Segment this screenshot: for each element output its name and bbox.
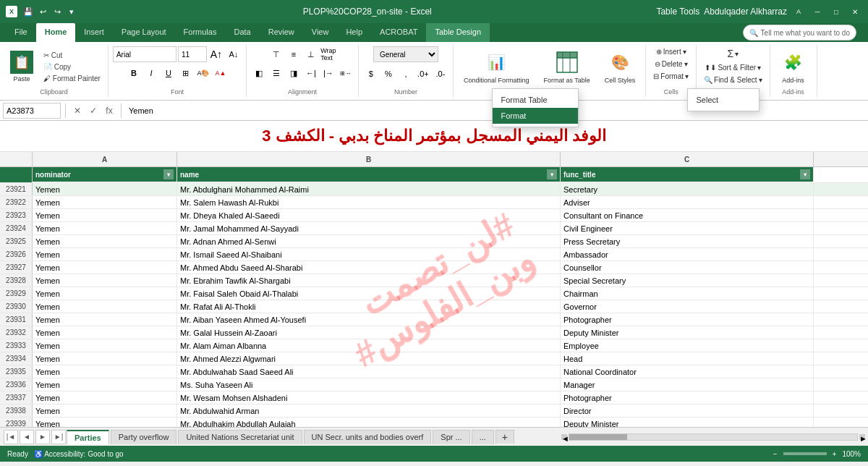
table-row[interactable]: 23935 Yemen Mr. Abdulwahab Saad Saeed Al…: [0, 365, 868, 378]
underline-button[interactable]: U: [161, 65, 176, 81]
cell-name[interactable]: Mr. Adnan Ahmed Al-Senwi: [177, 235, 561, 247]
cell-func-title[interactable]: Photographer: [561, 313, 814, 326]
table-row[interactable]: 23921 Yemen Mr. Abdulghani Mohammed Al-R…: [0, 183, 868, 196]
cell-func-title[interactable]: Ambassador: [561, 248, 814, 260]
increase-font-button[interactable]: A↑: [208, 46, 224, 62]
format-table-menu-item-1[interactable]: Format Table: [493, 92, 578, 108]
cell-name[interactable]: Mr. Salem Hawash Al-Rukbi: [177, 196, 561, 208]
align-center-button[interactable]: ☰: [268, 65, 284, 81]
indent-increase-button[interactable]: |→: [320, 65, 336, 81]
tab-page-layout[interactable]: Page Layout: [113, 23, 175, 42]
cell-nominator[interactable]: Yemen: [33, 222, 177, 234]
tab-home[interactable]: Home: [36, 23, 76, 42]
sheet-tab[interactable]: ...: [472, 430, 494, 444]
cell-nominator[interactable]: Yemen: [33, 274, 177, 287]
cell-func-title[interactable]: Deputy Minister: [561, 418, 814, 427]
header-name[interactable]: name ▾: [177, 167, 561, 182]
cell-nominator[interactable]: Yemen: [33, 326, 177, 339]
cell-func-title[interactable]: Employee: [561, 339, 814, 352]
format-painter-button[interactable]: 🖌 Format Painter: [41, 73, 103, 84]
add-ins-button[interactable]: 🧩 Add-ins: [775, 46, 812, 87]
cell-func-title[interactable]: Counsellor: [561, 261, 814, 274]
sheet-tab[interactable]: Parties: [67, 430, 109, 444]
percent-button[interactable]: %: [380, 66, 396, 82]
tab-nav-first[interactable]: |◄: [4, 430, 18, 444]
format-as-table-button[interactable]: Format as Table: [537, 46, 595, 87]
h-scrollbar[interactable]: [569, 433, 858, 441]
cell-nominator[interactable]: Yemen: [33, 183, 177, 195]
cell-func-title[interactable]: Consultant on Finance: [561, 209, 814, 221]
decimal-decrease-button[interactable]: .0-: [433, 66, 448, 82]
cut-button[interactable]: ✂ Cut: [41, 50, 103, 61]
col-header-b[interactable]: B: [177, 152, 561, 166]
italic-button[interactable]: I: [143, 65, 159, 81]
cell-name[interactable]: Mr. Abdulwahab Saad Saeed Ali: [177, 365, 561, 378]
cell-name[interactable]: Mr. Abdulhakim Abdullah Aulaiah: [177, 418, 561, 427]
table-row[interactable]: 23930 Yemen Mr. Rafat Ali Al-Thokli Gove…: [0, 300, 868, 313]
minimize-button[interactable]: ─: [810, 4, 825, 19]
tab-formulas[interactable]: Formulas: [175, 23, 226, 42]
close-button[interactable]: ✕: [848, 4, 862, 19]
cell-name[interactable]: Mr. Abdulghani Mohammed Al-Raimi: [177, 183, 561, 195]
maximize-button[interactable]: □: [829, 4, 843, 19]
table-row[interactable]: 23936 Yemen Ms. Suha Yaseen Ali Manager: [0, 378, 868, 391]
cell-func-title[interactable]: Secretary: [561, 183, 814, 195]
col-header-a[interactable]: A: [33, 152, 177, 166]
cell-nominator[interactable]: Yemen: [33, 300, 177, 313]
cell-name[interactable]: Mr. Aiban Yaseen Ahmed Al-Yousefi: [177, 313, 561, 326]
cell-func-title[interactable]: Manager: [561, 378, 814, 391]
h-scroll-right[interactable]: ►: [859, 434, 865, 440]
table-row[interactable]: 23929 Yemen Mr. Faisal Saleh Obaid Al-Th…: [0, 287, 868, 300]
add-sheet-button[interactable]: +: [495, 430, 514, 444]
name-filter-button[interactable]: ▾: [547, 169, 557, 179]
cell-name[interactable]: Mr. Abdulwahid Arman: [177, 404, 561, 417]
cell-name[interactable]: Mr. Ahmed Abdu Saeed Al-Sharabi: [177, 261, 561, 274]
align-left-button[interactable]: ◧: [251, 65, 267, 81]
h-scroll-left[interactable]: ◄: [561, 434, 567, 440]
cancel-formula-button[interactable]: ✕: [70, 103, 85, 118]
scroll-area[interactable]: A B C nominator ▾ name ▾ func_title ▾ 23…: [0, 152, 868, 427]
table-row[interactable]: 23934 Yemen Mr. Ahmed Alezzi Algwmari He…: [0, 352, 868, 365]
cell-func-title[interactable]: Deputy Minister: [561, 326, 814, 339]
cell-name[interactable]: Mr. Jamal Mohammed Al-Sayyadi: [177, 222, 561, 234]
sheet-tab[interactable]: United Nations Secretariat unit: [178, 430, 302, 444]
col-header-c[interactable]: C: [561, 152, 814, 166]
cell-nominator[interactable]: Yemen: [33, 418, 177, 427]
cell-func-title[interactable]: Head: [561, 352, 814, 365]
cell-func-title[interactable]: Governor: [561, 300, 814, 313]
cell-func-title[interactable]: Press Secretary: [561, 235, 814, 247]
table-row[interactable]: 23938 Yemen Mr. Abdulwahid Arman Directo…: [0, 404, 868, 418]
zoom-slider[interactable]: [783, 452, 827, 455]
format-button[interactable]: ⊟ Format ▾: [650, 71, 692, 82]
cell-nominator[interactable]: Yemen: [33, 378, 177, 391]
cell-func-title[interactable]: Chairman: [561, 287, 814, 300]
tab-view[interactable]: View: [303, 23, 338, 42]
wrap-text-button[interactable]: Wrap Text: [320, 46, 336, 62]
align-right-button[interactable]: ◨: [286, 65, 302, 81]
copy-button[interactable]: 📄 Copy: [41, 62, 103, 72]
decimal-increase-button[interactable]: .0+: [415, 66, 431, 82]
tab-nav-last[interactable]: ►|: [51, 430, 66, 444]
save-button[interactable]: 💾: [22, 5, 35, 18]
table-row[interactable]: 23939 Yemen Mr. Abdulhakim Abdullah Aula…: [0, 418, 868, 427]
zoom-out-button[interactable]: −: [773, 450, 778, 458]
cell-nominator[interactable]: Yemen: [33, 339, 177, 352]
cell-name[interactable]: Mr. Rafat Ali Al-Thokli: [177, 300, 561, 313]
cell-func-title[interactable]: Adviser: [561, 196, 814, 208]
func-title-filter-button[interactable]: ▾: [800, 169, 810, 179]
cell-func-title[interactable]: Civil Engineer: [561, 222, 814, 234]
table-row[interactable]: 23932 Yemen Mr. Galal Hussein Al-Zaoari …: [0, 326, 868, 339]
tab-file[interactable]: File: [6, 23, 36, 42]
tab-table-design[interactable]: Table Design: [426, 23, 490, 42]
undo-button[interactable]: ↩: [36, 5, 49, 18]
accounting-button[interactable]: $: [363, 66, 379, 82]
cell-func-title[interactable]: Director: [561, 404, 814, 417]
cell-name[interactable]: Mr. Ahmed Alezzi Algwmari: [177, 352, 561, 365]
select-menu-item-1[interactable]: Select: [688, 92, 759, 108]
header-nominator[interactable]: nominator ▾: [33, 167, 177, 182]
cell-func-title[interactable]: Photographer: [561, 391, 814, 404]
cell-nominator[interactable]: Yemen: [33, 313, 177, 326]
cell-nominator[interactable]: Yemen: [33, 261, 177, 274]
delete-button[interactable]: ⊖ Delete ▾: [652, 59, 691, 69]
align-bottom-button[interactable]: ⊥: [303, 46, 319, 62]
